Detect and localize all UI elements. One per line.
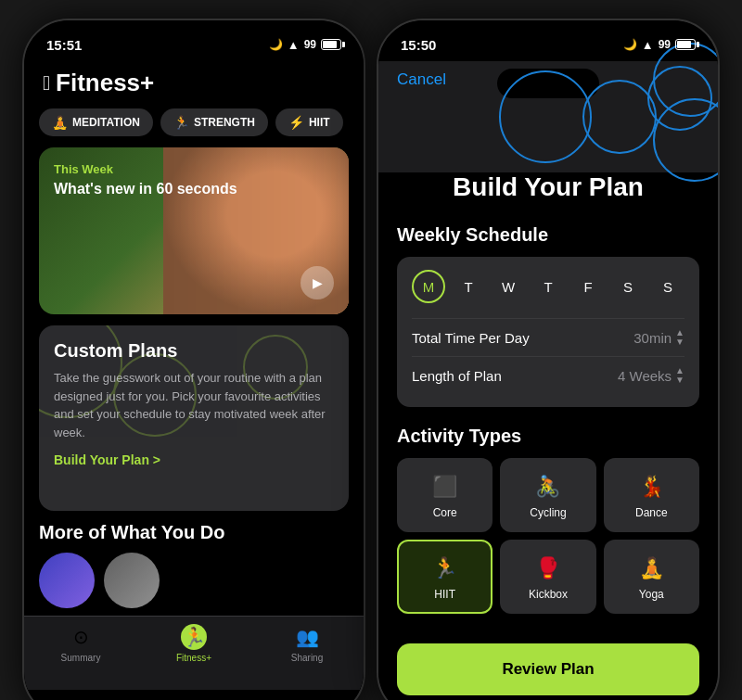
strength-label: STRENGTH: [194, 116, 255, 129]
day-friday[interactable]: F: [571, 270, 605, 303]
left-phone-content:  Fitness+ 🧘 MEDITATION 🏃 STRENGTH ⚡ HII…: [24, 61, 364, 616]
length-stepper-arrows: ▲▼: [675, 366, 684, 385]
day-thursday[interactable]: T: [531, 270, 565, 303]
battery-icon: [321, 39, 341, 50]
plan-form-content: Build Your Plan Weekly Schedule M T W: [378, 172, 718, 614]
strength-icon: 🏃: [173, 115, 189, 130]
fitnessplus-tab-label: Fitness+: [176, 653, 211, 663]
day-tuesday[interactable]: T: [452, 270, 485, 303]
app-title: Fitness+: [56, 69, 154, 97]
total-time-label: Total Time Per Day: [412, 330, 530, 346]
schedule-card: M T W T F: [397, 257, 699, 407]
tab-sharing[interactable]: 👥 Sharing: [250, 624, 364, 663]
more-item-2[interactable]: [104, 553, 160, 608]
custom-plans-card[interactable]: Custom Plans Take the guesswork out of y…: [39, 325, 349, 511]
more-items-row: [39, 553, 349, 608]
cancel-button[interactable]: Cancel: [397, 70, 446, 89]
this-week-label: This Week: [54, 162, 237, 176]
custom-plans-content: Custom Plans Take the guesswork out of y…: [54, 340, 334, 467]
more-item-1[interactable]: [39, 553, 95, 608]
wifi-icon: ▲: [288, 38, 300, 52]
activity-kickbox[interactable]: 🥊 Kickbox: [500, 540, 595, 614]
cycling-icon: 🚴: [535, 475, 560, 499]
review-plan-button[interactable]: Review Plan: [397, 643, 699, 695]
meditation-label: MEDITATION: [72, 116, 140, 129]
left-phone: 15:51 🌙 ▲ 99  Fitness+ 🧘: [22, 19, 365, 700]
activity-hiit[interactable]: 🏃 HIIT: [397, 540, 493, 614]
activity-dance[interactable]: 💃 Dance: [604, 458, 699, 532]
length-value: 4 Weeks: [618, 368, 672, 384]
right-time: 15:50: [401, 37, 436, 53]
build-plan-link[interactable]: Build Your Plan >: [54, 452, 334, 467]
play-button[interactable]: ▶: [301, 266, 334, 299]
more-section-title: More of What You Do: [39, 522, 349, 543]
category-pill-meditation[interactable]: 🧘 MEDITATION: [39, 108, 153, 136]
tab-summary[interactable]: ⊙ Summary: [24, 624, 137, 663]
category-pill-hiit[interactable]: ⚡ HIIT: [275, 108, 343, 136]
length-label: Length of Plan: [412, 368, 502, 384]
right-phone-content: Cancel Build Your Plan Weekly Schedule: [378, 61, 718, 700]
day-sunday[interactable]: S: [651, 270, 684, 303]
yoga-icon: 🧘: [639, 556, 664, 580]
hiit-icon: ⚡: [288, 115, 304, 130]
activity-grid: ⬛ Core 🚴 Cycling 💃 Dance 🏃: [397, 458, 699, 614]
right-status-bar: 15:50 🌙 ▲ 99: [378, 20, 718, 61]
left-status-icons: 🌙 ▲ 99: [269, 38, 341, 52]
total-time-value: 30min: [633, 330, 672, 346]
yoga-label: Yoga: [639, 588, 664, 601]
day-wednesday[interactable]: W: [492, 270, 525, 303]
deco-circle-2: [582, 80, 657, 154]
right-status-icons: 🌙 ▲ 99: [623, 38, 696, 52]
decorative-circles-area: Cancel: [378, 61, 718, 172]
review-btn-wrapper: Review Plan: [378, 632, 718, 700]
battery-level: 99: [304, 38, 316, 51]
right-battery-level: 99: [659, 38, 671, 51]
tab-fitnessplus[interactable]: 🏃 Fitness+: [137, 624, 250, 663]
custom-plans-title: Custom Plans: [54, 340, 334, 362]
dance-icon: 💃: [639, 475, 664, 499]
weekly-schedule-header: Weekly Schedule: [397, 224, 699, 246]
days-row: M T W T F: [412, 270, 684, 303]
category-pills-row: 🧘 MEDITATION 🏃 STRENGTH ⚡ HIIT: [24, 108, 364, 147]
hiit-label: HIIT: [309, 116, 330, 129]
summary-icon: ⊙: [68, 624, 94, 650]
left-time: 15:51: [46, 37, 82, 53]
hero-card[interactable]: This Week What's new in 60 seconds ▶: [39, 147, 349, 314]
length-stepper[interactable]: 4 Weeks ▲▼: [618, 366, 684, 385]
hiit-activity-icon: 🏃: [432, 556, 457, 580]
cycling-label: Cycling: [530, 506, 566, 519]
day-monday[interactable]: M: [412, 270, 445, 303]
activity-cycling[interactable]: 🚴 Cycling: [500, 458, 595, 532]
day-saturday[interactable]: S: [611, 270, 645, 303]
core-icon: ⬛: [432, 475, 457, 499]
apple-logo-icon: : [43, 71, 50, 95]
category-pill-strength[interactable]: 🏃 STRENGTH: [160, 108, 268, 136]
length-row: Length of Plan 4 Weeks ▲▼: [412, 356, 684, 394]
right-battery-icon: [675, 39, 696, 50]
right-phone: 15:50 🌙 ▲ 99 Cancel: [377, 19, 720, 700]
activity-yoga[interactable]: 🧘 Yoga: [604, 540, 699, 614]
hiit-activity-label: HIIT: [434, 588, 455, 601]
custom-plans-description: Take the guesswork out of your routine w…: [54, 369, 334, 441]
activity-core[interactable]: ⬛ Core: [397, 458, 493, 532]
right-moon-icon: 🌙: [623, 38, 637, 51]
notch: [138, 20, 249, 46]
hero-subtitle: What's new in 60 seconds: [54, 180, 237, 199]
deco-circle-1: [499, 70, 592, 163]
hero-text: This Week What's new in 60 seconds: [54, 162, 237, 199]
left-tab-bar: ⊙ Summary 🏃 Fitness+ 👥 Sharing: [24, 616, 364, 690]
sharing-tab-label: Sharing: [291, 653, 323, 663]
moon-icon: 🌙: [269, 38, 283, 51]
plan-page-title: Build Your Plan: [397, 172, 699, 202]
dance-label: Dance: [635, 506, 668, 519]
right-wifi-icon: ▲: [642, 38, 654, 52]
kickbox-icon: 🥊: [535, 556, 560, 580]
total-time-row: Total Time Per Day 30min ▲▼: [412, 318, 684, 356]
total-time-stepper[interactable]: 30min ▲▼: [633, 328, 684, 347]
more-section: More of What You Do: [24, 522, 364, 616]
kickbox-label: Kickbox: [529, 588, 568, 601]
core-label: Core: [433, 506, 457, 519]
sharing-icon: 👥: [294, 624, 320, 650]
activity-types-header: Activity Types: [397, 426, 699, 447]
stepper-arrows: ▲▼: [675, 328, 684, 347]
